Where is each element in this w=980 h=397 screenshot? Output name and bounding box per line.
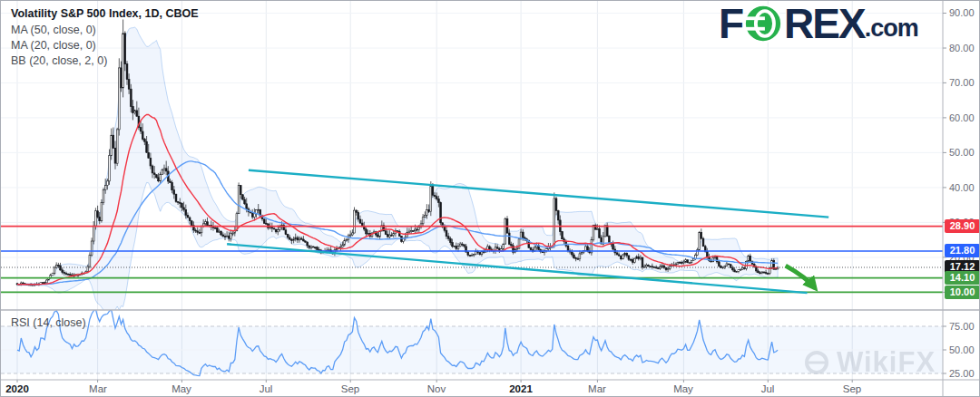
legend-ma50: MA (50, close, 0) [11, 23, 199, 38]
legend-ma20: MA (20, close, 0) [11, 38, 199, 53]
forex-o-icon [743, 4, 783, 44]
chart-window: WikiFX Volatility S&P 500 Index, 1D, CBO… [0, 0, 980, 397]
logo-f: F [719, 4, 742, 44]
rsi-legend: RSI (14, close) [11, 316, 86, 329]
watermark: WikiFX [803, 346, 936, 379]
logo-rex: REX [784, 4, 865, 44]
arrow-annotation[interactable] [786, 266, 815, 288]
logo-com: .com [865, 15, 918, 43]
forex-com-logo: F REX .com [719, 4, 918, 44]
wikifx-logo-icon [803, 349, 830, 376]
bollinger-band [17, 27, 778, 316]
main-legend: Volatility S&P 500 Index, 1D, CBOE MA (5… [11, 7, 199, 69]
symbol-title: Volatility S&P 500 Index, 1D, CBOE [11, 7, 199, 20]
watermark-text: WikiFX [837, 346, 936, 379]
legend-bb: BB (20, close, 2, 0) [11, 53, 199, 69]
